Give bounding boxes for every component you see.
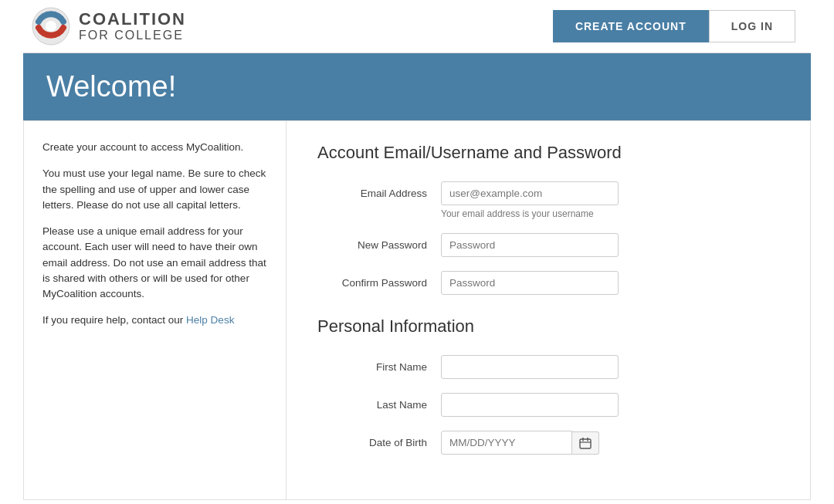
section2-title: Personal Information	[317, 316, 779, 337]
dob-input-wrap	[441, 431, 599, 455]
sidebar: Create your account to access MyCoalitio…	[24, 121, 286, 499]
nav-tabs: CREATE ACCOUNT LOG IN	[553, 10, 795, 42]
confirm-password-group: Confirm Password	[317, 271, 779, 295]
sidebar-line3: Please use a unique email address for yo…	[42, 224, 267, 302]
first-name-input-wrap	[441, 355, 619, 379]
help-desk-link[interactable]: Help Desk	[186, 314, 234, 326]
sidebar-line2: You must use your legal name. Be sure to…	[42, 166, 267, 213]
dob-input[interactable]	[441, 431, 572, 455]
confirm-password-input[interactable]	[441, 271, 619, 295]
calendar-icon	[579, 437, 592, 449]
email-hint: Your email address is your username	[441, 208, 619, 219]
sidebar-line4: If you require help, contact our Help De…	[42, 313, 267, 328]
confirm-password-label: Confirm Password	[317, 271, 441, 289]
first-name-group: First Name	[317, 355, 779, 379]
last-name-input[interactable]	[441, 393, 619, 417]
new-password-group: New Password	[317, 233, 779, 257]
tab-create-account[interactable]: CREATE ACCOUNT	[553, 10, 709, 42]
new-password-input[interactable]	[441, 233, 619, 257]
tab-login[interactable]: LOG IN	[709, 10, 795, 42]
svg-rect-2	[580, 439, 591, 448]
new-password-input-wrap	[441, 233, 619, 257]
email-input-wrap: Your email address is your username	[441, 181, 619, 219]
first-name-input[interactable]	[441, 355, 619, 379]
coalition-logo-icon	[31, 6, 71, 46]
sidebar-help-prefix: If you require help, contact our	[42, 314, 186, 326]
section1-title: Account Email/Username and Password	[317, 143, 779, 163]
calendar-button[interactable]	[572, 431, 599, 455]
new-password-label: New Password	[317, 233, 441, 251]
email-group: Email Address Your email address is your…	[317, 181, 779, 219]
date-input-wrap	[441, 431, 599, 455]
main-content: Create your account to access MyCoalitio…	[23, 120, 811, 500]
header: COALITION FOR COLLEGE CREATE ACCOUNT LOG…	[23, 0, 811, 53]
first-name-label: First Name	[317, 355, 441, 373]
last-name-label: Last Name	[317, 393, 441, 411]
logo-text: COALITION FOR COLLEGE	[79, 10, 186, 42]
last-name-input-wrap	[441, 393, 619, 417]
welcome-title: Welcome!	[46, 70, 788, 103]
logo-forcollege-text: FOR COLLEGE	[79, 29, 186, 42]
logo-area: COALITION FOR COLLEGE	[31, 6, 186, 46]
logo-coalition-text: COALITION	[79, 10, 186, 29]
email-input[interactable]	[441, 181, 619, 205]
svg-point-1	[46, 21, 56, 32]
form-area: Account Email/Username and Password Emai…	[286, 121, 810, 499]
welcome-banner: Welcome!	[23, 53, 811, 120]
dob-label: Date of Birth	[317, 431, 441, 448]
sidebar-line1: Create your account to access MyCoalitio…	[42, 140, 267, 155]
dob-group: Date of Birth	[317, 431, 779, 455]
email-label: Email Address	[317, 181, 441, 199]
last-name-group: Last Name	[317, 393, 779, 417]
confirm-password-input-wrap	[441, 271, 619, 295]
